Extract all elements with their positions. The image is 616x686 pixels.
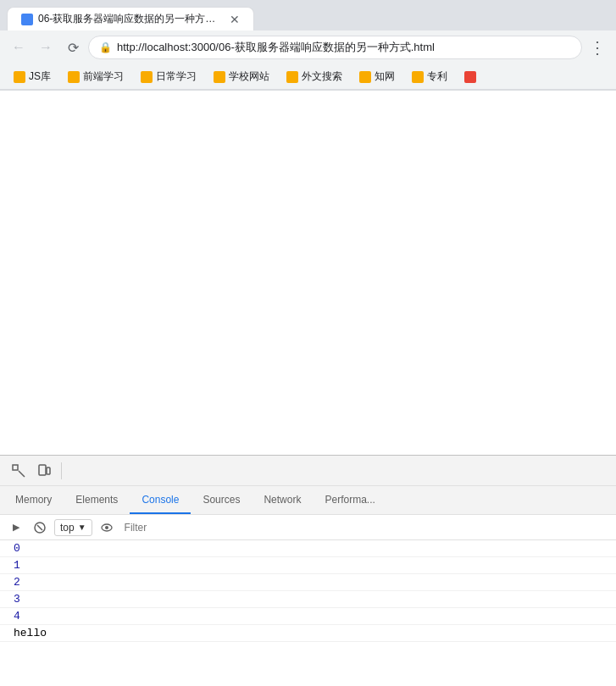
bookmark-school[interactable]: 学校网站 xyxy=(207,67,276,86)
bookmark-folder-icon xyxy=(286,71,298,83)
tab-elements[interactable]: Elements xyxy=(64,487,130,514)
bookmark-folder-icon xyxy=(141,71,153,83)
devtools-tabs: Memory Elements Console Sources Network … xyxy=(0,486,616,515)
devtools-filter-bar: ▶ top ▼ xyxy=(0,515,616,540)
svg-rect-0 xyxy=(13,465,18,470)
console-line-4: 4 xyxy=(0,608,616,625)
tab-bar: 06-获取服务器端响应数据的另一种方式.html ✕ xyxy=(0,0,616,30)
bookmark-zhihu[interactable]: 知网 xyxy=(352,67,402,86)
more-options-button[interactable]: ⋮ xyxy=(585,36,609,59)
eye-icon-button[interactable] xyxy=(97,518,116,537)
bookmark-special-icon xyxy=(464,71,476,83)
console-line-3: 3 xyxy=(0,591,616,608)
console-line-5: hello xyxy=(0,625,616,642)
console-line-2: 2 xyxy=(0,574,616,591)
devtools-icon-bar xyxy=(0,456,616,486)
svg-rect-1 xyxy=(39,465,46,475)
browser-chrome: 06-获取服务器端响应数据的另一种方式.html ✕ ← → ⟳ 🔒 http:… xyxy=(0,0,616,91)
tab-performance[interactable]: Performa... xyxy=(313,487,386,514)
reload-button[interactable]: ⟳ xyxy=(61,36,85,59)
svg-line-4 xyxy=(37,525,42,530)
console-line-0: 0 xyxy=(0,540,616,557)
tab-memory[interactable]: Memory xyxy=(3,487,64,514)
bookmark-frontend[interactable]: 前端学习 xyxy=(61,67,130,86)
bookmark-daily[interactable]: 日常学习 xyxy=(134,67,203,86)
run-script-button[interactable]: ▶ xyxy=(7,518,25,537)
bookmark-foreign[interactable]: 外文搜索 xyxy=(280,67,349,86)
lock-icon: 🔒 xyxy=(99,41,112,53)
bookmark-extra[interactable] xyxy=(458,69,483,86)
bookmarks-bar: JS库 前端学习 日常学习 学校网站 外文搜索 知网 专利 xyxy=(0,64,616,90)
tab-network[interactable]: Network xyxy=(252,487,313,514)
page-content xyxy=(0,91,616,455)
devtools-select-element-button[interactable] xyxy=(7,459,31,483)
address-bar[interactable]: 🔒 http://localhost:3000/06-获取服务器端响应数据的另一… xyxy=(88,36,582,59)
active-tab[interactable]: 06-获取服务器端响应数据的另一种方式.html ✕ xyxy=(7,7,254,30)
bookmark-folder-icon xyxy=(14,71,25,83)
bookmark-js[interactable]: JS库 xyxy=(7,67,58,86)
devtools-separator xyxy=(61,462,62,479)
bookmark-folder-icon xyxy=(412,71,424,83)
console-output: 0 1 2 3 4 hello xyxy=(0,540,616,686)
devtools-device-toolbar-button[interactable] xyxy=(32,459,56,483)
tab-sources[interactable]: Sources xyxy=(191,487,252,514)
clear-console-button[interactable] xyxy=(31,518,49,537)
svg-rect-2 xyxy=(47,467,50,474)
svg-point-6 xyxy=(105,526,108,529)
back-button[interactable]: ← xyxy=(7,36,31,59)
dropdown-chevron-icon: ▼ xyxy=(78,523,86,532)
bookmark-patent[interactable]: 专利 xyxy=(405,67,454,86)
tab-close-icon[interactable]: ✕ xyxy=(230,13,240,26)
tab-title: 06-获取服务器端响应数据的另一种方式.html xyxy=(38,12,225,26)
url-text: http://localhost:3000/06-获取服务器端响应数据的另一种方… xyxy=(117,40,571,55)
devtools-panel: Memory Elements Console Sources Network … xyxy=(0,455,616,686)
console-line-1: 1 xyxy=(0,557,616,574)
forward-button[interactable]: → xyxy=(34,36,58,59)
tab-console[interactable]: Console xyxy=(130,487,191,514)
nav-bar: ← → ⟳ 🔒 http://localhost:3000/06-获取服务器端响… xyxy=(0,30,616,64)
context-selector-label: top xyxy=(60,522,75,534)
bookmark-folder-icon xyxy=(359,71,371,83)
filter-input[interactable] xyxy=(121,520,609,535)
context-selector[interactable]: top ▼ xyxy=(54,519,92,536)
bookmark-folder-icon xyxy=(214,71,225,83)
bookmark-folder-icon xyxy=(68,71,80,83)
tab-favicon xyxy=(21,14,33,25)
